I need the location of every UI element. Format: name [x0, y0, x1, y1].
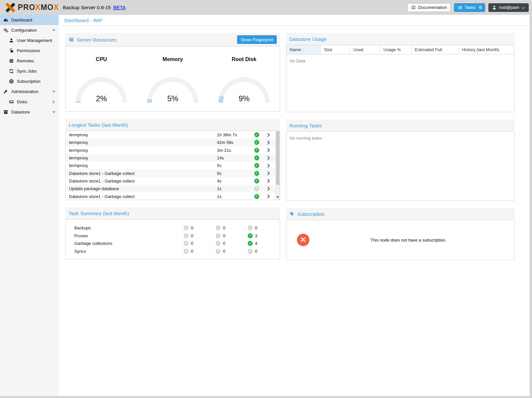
task-open-chevron-icon[interactable] — [263, 140, 274, 145]
sidebar-item-datastore[interactable]: Datastore — [0, 107, 59, 117]
beta-link[interactable]: BETA — [113, 5, 126, 10]
panel-title: Datastore Usage — [289, 36, 327, 42]
datastore-usage-body: Name ↑ Size Used Usage % Estimated Full … — [286, 45, 514, 112]
column-header-estimated-full[interactable]: Estimated Full — [411, 45, 459, 54]
column-header-name[interactable]: Name ↑ — [286, 45, 321, 54]
longest-tasks-body: termproxy 1h 38m 7s termproxy 42m 58s te… — [65, 131, 280, 200]
column-header-used[interactable]: Used — [350, 45, 380, 54]
task-row[interactable]: termproxy 14s — [66, 154, 280, 162]
scrollbar-down-arrow[interactable] — [276, 196, 279, 198]
wrench-icon — [3, 89, 8, 94]
sidebar-item-sync-jobs[interactable]: Sync Jobs — [0, 66, 59, 76]
task-status-icon — [254, 148, 259, 153]
user-menu-button[interactable]: root@pam — [488, 3, 529, 12]
task-row[interactable]: Datastore store1 - Garbage collect 1s — [66, 192, 280, 200]
task-open-chevron-icon[interactable] — [263, 133, 274, 137]
memory-gauge: Memory 5% — [137, 47, 208, 111]
column-label: Size — [324, 47, 332, 52]
sidebar-item-dashboard[interactable]: Dashboard — [0, 15, 59, 25]
task-open-chevron-icon[interactable] — [263, 171, 274, 176]
task-open-chevron-icon[interactable] — [263, 179, 274, 183]
sidebar-item-configuration[interactable]: Configuration — [0, 25, 59, 35]
task-row[interactable]: termproxy 42m 58s — [66, 139, 280, 146]
task-open-chevron-icon[interactable] — [263, 163, 274, 168]
collapse-arrow-icon[interactable] — [52, 91, 55, 93]
empty-state-text: No running tasks — [286, 132, 514, 145]
brand-part: X — [53, 3, 59, 12]
window-right-edge — [530, 15, 532, 398]
column-header-usage-pct[interactable]: Usage % — [380, 45, 411, 54]
task-summary-body: Backups 0 0 0 Prunes 0 0 3 Garbage colle… — [65, 219, 280, 259]
task-row[interactable]: Datastore store1 - Garbage collect 5s — [66, 169, 280, 177]
scrollbar-thumb[interactable] — [276, 131, 279, 185]
warning-count: 0 — [223, 225, 225, 230]
top-bar: PROXMOX Backup Server 0.8-15 BETA Docume… — [0, 0, 532, 15]
column-header-size[interactable]: Size — [321, 45, 350, 54]
column-label: Estimated Full — [415, 47, 442, 52]
brand-part: X — [35, 3, 41, 12]
task-duration: 3m 21s — [217, 148, 251, 153]
task-summary-header: Task Summary (last Month) — [65, 207, 280, 219]
task-row[interactable]: Update package database 1s — [66, 185, 280, 192]
task-status-icon — [254, 179, 259, 183]
error-count-icon — [184, 241, 189, 246]
sidebar-item-administration[interactable]: Administration — [0, 86, 59, 97]
ok-count: 0 — [255, 249, 257, 254]
error-count: 0 — [191, 241, 193, 246]
running-tasks-header: Running Tasks — [286, 119, 514, 131]
sidebar-item-subscription[interactable]: Subscription — [0, 76, 59, 86]
task-list-icon — [458, 5, 462, 10]
task-row[interactable]: Datastore store1 - Garbage collect 4s — [66, 177, 280, 185]
gauge-value: 9% — [216, 94, 272, 103]
sidebar-item-permissions[interactable]: Permissions — [0, 46, 59, 56]
no-subscription-icon: ✕ — [297, 234, 309, 246]
sidebar-item-user-management[interactable]: User Management — [0, 35, 59, 46]
datastore-usage-header: Datastore Usage — [286, 33, 514, 45]
task-row[interactable]: termproxy 1h 38m 7s — [66, 131, 280, 139]
expand-arrow-icon[interactable] — [53, 100, 55, 104]
ok-count: 0 — [255, 225, 257, 230]
task-status-icon — [254, 186, 259, 191]
tasks-button[interactable]: Tasks 0 — [454, 3, 485, 12]
running-tasks-panel: Running Tasks No running tasks — [286, 119, 514, 201]
task-open-chevron-icon[interactable] — [263, 194, 274, 199]
sidebar-item-label: User Management — [17, 38, 52, 43]
summary-row: Prunes 0 0 3 — [66, 232, 280, 240]
vertical-scrollbar[interactable] — [275, 131, 280, 200]
task-open-chevron-icon[interactable] — [263, 156, 274, 160]
task-open-chevron-icon[interactable] — [263, 186, 274, 191]
sidebar-item-disks[interactable]: Disks — [0, 97, 59, 107]
task-status-icon — [254, 163, 259, 168]
subscription-header: Subscription — [286, 208, 514, 220]
table-header-row: Name ↑ Size Used Usage % Estimated Full … — [286, 45, 514, 54]
proxmox-logo: PROXMOX — [5, 3, 59, 13]
cpu-gauge: CPU 2% — [66, 47, 137, 111]
proxmox-x-icon — [5, 3, 16, 13]
documentation-button[interactable]: Documentation — [408, 3, 450, 12]
sidebar-item-label: Subscription — [17, 79, 41, 84]
app-subtitle: Backup Server 0.8-15 — [63, 5, 111, 10]
life-ring-icon — [9, 79, 14, 84]
task-duration: 5s — [217, 163, 251, 168]
collapse-arrow-icon[interactable] — [52, 29, 55, 31]
error-count-icon — [184, 249, 189, 254]
task-name: Datastore store1 - Garbage collect — [66, 179, 217, 183]
ticket-icon — [289, 211, 295, 216]
server-list-icon — [9, 58, 14, 63]
sync-arrows-icon — [9, 69, 14, 74]
task-name: Update package database — [66, 186, 217, 191]
task-open-chevron-icon[interactable] — [263, 148, 274, 152]
task-summary-panel: Task Summary (last Month) Backups 0 0 0 … — [65, 207, 280, 259]
archive-box-icon — [3, 110, 8, 115]
show-fingerprint-button[interactable]: Show Fingerprint — [237, 35, 277, 44]
error-count-icon — [184, 233, 189, 238]
task-row[interactable]: termproxy 5s — [66, 162, 280, 169]
longest-tasks-panel: Longest Tasks (last Month) termproxy 1h … — [65, 119, 280, 200]
sidebar-item-label: Permissions — [17, 48, 40, 53]
column-header-history[interactable]: History (last Month) — [459, 45, 514, 54]
task-row[interactable]: termproxy 3m 21s — [66, 147, 280, 154]
collapse-arrow-icon[interactable] — [52, 111, 55, 113]
panel-title: Server Resources — [77, 37, 116, 43]
sidebar-item-remotes[interactable]: Remotes — [0, 56, 59, 66]
task-duration: 4s — [217, 179, 251, 183]
